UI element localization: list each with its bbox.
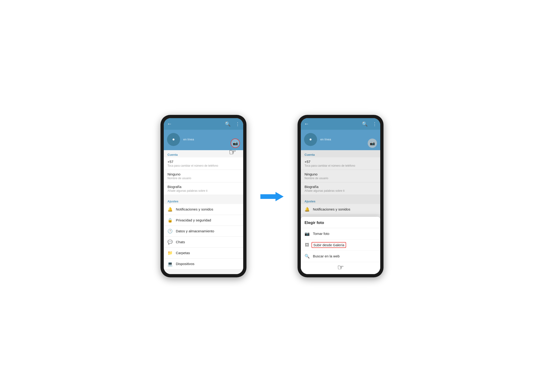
- right-avatar[interactable]: [304, 133, 317, 146]
- right-header: ← 🔍 ⋮: [301, 118, 380, 130]
- left-ajustes-section: Ajustes: [164, 197, 243, 204]
- left-devices-label: Dispositivos: [176, 262, 195, 266]
- left-phone-screen: ← 🔍 ⋮ en línea 📷 ☞ Cu: [164, 118, 243, 274]
- left-profile-info: en línea: [183, 138, 194, 141]
- left-devices-icon: 💻: [167, 261, 173, 266]
- bottom-sheet-item-upload[interactable]: 🖼 Subir desde Galería: [301, 240, 380, 251]
- right-search-icon[interactable]: 🔍: [362, 121, 368, 127]
- left-hand-pointer: ☞: [229, 147, 236, 157]
- left-menu-item-devices[interactable]: 💻 Dispositivos: [164, 259, 243, 270]
- right-bio-title: Biografía: [305, 185, 377, 189]
- right-phone-number: +57: [305, 160, 377, 164]
- left-phone-item[interactable]: +57 Toca para cambiar el número de teléf…: [164, 157, 243, 170]
- svg-marker-0: [260, 192, 284, 201]
- take-photo-icon: 📷: [305, 231, 310, 236]
- bottom-sheet-item-search-web[interactable]: 🔍 Buscar en la web: [301, 251, 380, 262]
- take-photo-label: Tomar foto: [313, 232, 329, 236]
- right-menu-icon[interactable]: ⋮: [372, 121, 377, 127]
- left-search-icon[interactable]: 🔍: [225, 121, 231, 127]
- scene: ← 🔍 ⋮ en línea 📷 ☞ Cu: [160, 115, 384, 277]
- left-privacy-label: Privacidad y seguridad: [176, 218, 211, 222]
- right-account-section: Cuenta: [301, 150, 380, 157]
- left-privacy-icon: 🔒: [167, 218, 173, 223]
- left-header: ← 🔍 ⋮: [164, 118, 243, 130]
- right-phone-item: +57 Toca para cambiar el número de teléf…: [301, 157, 380, 170]
- right-username-sub: Nombre de usuario: [305, 177, 377, 180]
- upload-label: Subir desde Galería: [312, 242, 346, 248]
- right-bio-sub: Añade algunas palabras sobre ti: [305, 189, 377, 192]
- right-status: en línea: [320, 138, 331, 141]
- left-data-label: Datos y almacenamiento: [176, 229, 214, 233]
- right-camera-button[interactable]: 📷: [368, 138, 377, 148]
- left-chats-label: Chats: [176, 240, 185, 244]
- left-folders-icon: 📁: [167, 250, 173, 255]
- right-phone-screen: ← 🔍 ⋮ en línea 📷 Cuenta: [301, 118, 380, 274]
- right-notifications-label: Notificaciones y sonidos: [313, 207, 350, 211]
- left-profile-section: en línea 📷 ☞: [164, 130, 243, 150]
- left-phone-sub: Toca para cambiar el número de teléfono: [167, 164, 239, 167]
- left-menu-item-privacy[interactable]: 🔒 Privacidad y seguridad: [164, 215, 243, 226]
- left-username-sub: Nombre de usuario: [167, 177, 239, 180]
- right-bio-item: Biografía Añade algunas palabras sobre t…: [301, 182, 380, 195]
- left-phone: ← 🔍 ⋮ en línea 📷 ☞ Cu: [160, 115, 246, 277]
- right-back-button[interactable]: ←: [304, 121, 309, 127]
- search-web-icon: 🔍: [305, 254, 310, 259]
- right-phone: ← 🔍 ⋮ en línea 📷 Cuenta: [298, 115, 384, 277]
- left-menu-icon[interactable]: ⋮: [235, 121, 240, 127]
- bottom-sheet-title: Elegir foto: [301, 220, 380, 228]
- left-status: en línea: [183, 138, 194, 141]
- right-hand-pointer: ☞: [301, 262, 380, 272]
- right-menu-item-notifications: 🔔 Notificaciones y sonidos: [301, 204, 380, 215]
- left-back-button[interactable]: ←: [167, 121, 172, 127]
- right-notifications-icon: 🔔: [305, 207, 310, 212]
- left-data-icon: 🕐: [167, 229, 173, 234]
- left-bio-sub: Añade algunas palabras sobre ti: [167, 189, 239, 192]
- right-ajustes-section: Ajustes: [301, 197, 380, 204]
- right-username-title: Ninguno: [305, 172, 377, 176]
- search-web-label: Buscar en la web: [313, 254, 340, 258]
- left-avatar[interactable]: [167, 133, 180, 146]
- transition-arrow: [260, 187, 284, 205]
- right-bottom-sheet: Elegir foto 📷 Tomar foto 🖼 Subir desde G…: [301, 217, 380, 274]
- right-profile-section: en línea 📷: [301, 130, 380, 150]
- left-folders-label: Carpetas: [176, 251, 190, 255]
- left-menu-item-chats[interactable]: 💬 Chats: [164, 237, 243, 248]
- bottom-sheet-item-take-photo[interactable]: 📷 Tomar foto: [301, 228, 380, 240]
- left-settings-content: Cuenta +57 Toca para cambiar el número d…: [164, 150, 243, 274]
- left-menu-item-data[interactable]: 🕐 Datos y almacenamiento: [164, 226, 243, 237]
- left-menu-item-folders[interactable]: 📁 Carpetas: [164, 248, 243, 259]
- left-phone-number: +57: [167, 160, 239, 164]
- left-notifications-label: Notificaciones y sonidos: [176, 207, 213, 211]
- left-camera-button[interactable]: 📷: [231, 138, 240, 148]
- left-bio-title: Biografía: [167, 185, 239, 189]
- right-profile-info: en línea: [320, 138, 331, 141]
- upload-icon: 🖼: [305, 242, 310, 248]
- left-menu-item-notifications[interactable]: 🔔 Notificaciones y sonidos: [164, 204, 243, 215]
- left-notifications-icon: 🔔: [167, 207, 173, 212]
- left-bio-item[interactable]: Biografía Añade algunas palabras sobre t…: [164, 182, 243, 195]
- right-phone-sub: Toca para cambiar el número de teléfono: [305, 164, 377, 167]
- left-chats-icon: 💬: [167, 240, 173, 245]
- right-username-item: Ninguno Nombre de usuario: [301, 170, 380, 182]
- left-username-item[interactable]: Ninguno Nombre de usuario: [164, 170, 243, 182]
- left-username-title: Ninguno: [167, 172, 239, 176]
